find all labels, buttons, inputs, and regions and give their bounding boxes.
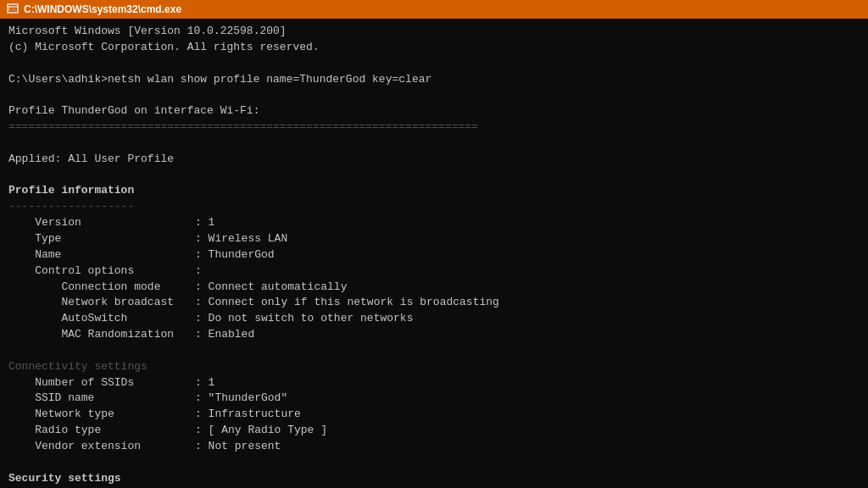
mac-rand-value: : Enabled [195,328,254,341]
blank1 [8,56,860,72]
ssid-name-line: SSID name: "ThunderGod" [8,391,860,407]
num-ssids-value: : 1 [195,376,214,389]
conn-mode-line: Connection mode: Connect automatically [8,280,860,296]
control-opts-line: Control options: [8,263,860,280]
window-title: C:\WINDOWS\system32\cmd.exe [24,3,181,15]
type-line: Type: Wireless LAN [8,231,860,247]
mac-rand-line: MAC Randomization: Enabled [8,327,860,343]
vendor-ext-key: Vendor extension [8,439,195,455]
net-type-line: Network type: Infrastructure [8,407,860,423]
radio-type-key: Radio type [8,423,195,439]
applied-line: Applied: All User Profile [8,152,860,168]
blank2 [8,87,860,103]
dash2: Connectivity settings [8,359,860,375]
blank4 [8,168,860,184]
profile-info-header: Profile information [8,183,860,199]
autoswitch-line: AutoSwitch: Do not switch to other netwo… [8,311,860,327]
cmd-icon: C:\ [7,3,19,15]
num-ssids-key: Number of SSIDs [8,375,195,391]
type-key: Type [8,231,195,247]
ms-corp-line: (c) Microsoft Corporation. All rights re… [8,40,860,56]
version-value: : 1 [195,216,214,229]
radio-type-line: Radio type: [ Any Radio Type ] [8,423,860,439]
radio-type-value: : [ Any Radio Type ] [195,424,327,436]
version-line: Version: 1 [8,215,860,231]
net-type-key: Network type [8,407,195,423]
conn-mode-value: : Connect automatically [195,280,347,293]
net-type-value: : Infrastructure [195,408,301,420]
ssid-name-key: SSID name [8,391,195,407]
control-opts-key: Control options [8,263,195,280]
terminal-body[interactable]: Microsoft Windows [Version 10.0.22598.20… [0,19,868,488]
version-key: Version [8,215,195,231]
title-bar: C:\ C:\WINDOWS\system32\cmd.exe [0,0,868,19]
equals-line: ========================================… [8,119,860,136]
command-line: C:\Users\adhik>netsh wlan show profile n… [8,72,860,88]
vendor-ext-line: Vendor extension: Not present [8,439,860,455]
name-value: : ThunderGod [195,248,275,261]
svg-text:C:\: C:\ [8,7,16,12]
ssid-name-value: : "ThunderGod" [195,391,287,404]
type-value: : Wireless LAN [195,232,287,245]
security-header: Security settings [8,471,860,487]
num-ssids-line: Number of SSIDs: 1 [8,375,860,391]
blank3 [8,136,860,152]
name-line: Name: ThunderGod [8,247,860,263]
autoswitch-value: : Do not switch to other networks [195,312,413,324]
win-version-line: Microsoft Windows [Version 10.0.22598.20… [8,24,860,40]
blank6 [8,455,860,471]
net-broadcast-line: Network broadcast: Connect only if this … [8,295,860,311]
net-broadcast-key: Network broadcast [8,295,195,311]
profile-header-line: Profile ThunderGod on interface Wi-Fi: [8,103,860,119]
cmd-window: C:\ C:\WINDOWS\system32\cmd.exe Microsof… [0,0,868,488]
autoswitch-key: AutoSwitch [8,311,195,327]
dash1: ------------------- [8,199,860,215]
vendor-ext-value: : Not present [195,440,281,452]
blank5 [8,343,860,359]
control-opts-value: : [195,264,202,277]
conn-mode-key: Connection mode [8,280,195,296]
net-broadcast-value: : Connect only if this network is broadc… [195,296,499,308]
mac-rand-key: MAC Randomization [8,327,195,343]
name-key: Name [8,247,195,263]
